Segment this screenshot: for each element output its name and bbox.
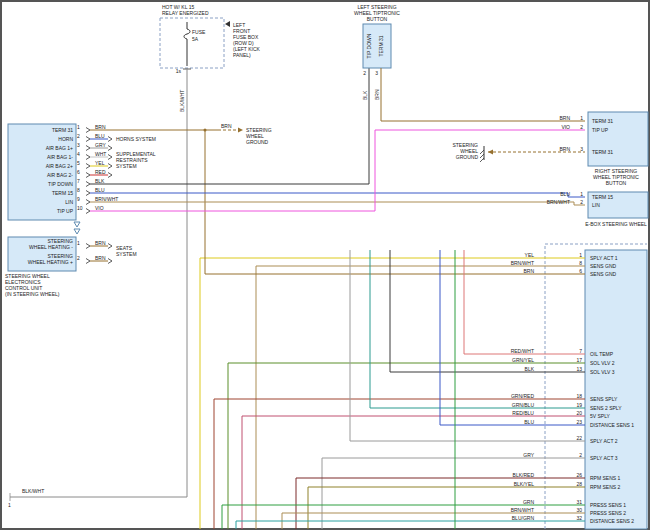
wire-color-label: BLK (95, 178, 105, 184)
component-title: E-BOX STEERING WHEEL (585, 221, 647, 227)
pin-number: 20 (576, 410, 582, 416)
pin-number: 2 (579, 452, 582, 458)
terminal-label: TIP UP (57, 208, 74, 214)
terminal-label: AIR BAG 1- (47, 154, 73, 160)
terminal-label: SENS SPLY (590, 396, 618, 402)
terminal-label: SPLY ACT 2 (590, 438, 618, 444)
component-title: BUTTON (606, 180, 627, 186)
wire-color-label: BLU/GRN (512, 515, 535, 521)
wire-color-label: BRN (559, 146, 570, 152)
pin-number: 2 (580, 199, 583, 205)
wire-color-label: RED/WHT (511, 348, 534, 354)
wire-color-label: BRN (95, 240, 106, 246)
wire-color-label: BLK (525, 366, 535, 372)
wire-color-label: YEL (525, 252, 535, 258)
terminal-label: LIN (592, 202, 600, 208)
pin-number: 18 (576, 393, 582, 399)
wire-color-label: BLU (95, 133, 105, 139)
wire-color-label: BRN/WHT (511, 507, 534, 513)
terminal-label: RPM SENS 1 (590, 475, 621, 481)
wire-color-label: RED/BLU (512, 410, 534, 416)
pin-number: 19 (576, 402, 582, 408)
wire-color-label: WHT (95, 151, 106, 157)
pin-number: 1 (77, 124, 80, 130)
pin-number: 1 (579, 252, 582, 258)
wire-color-label: BLK/RED (513, 472, 535, 478)
wire-color-label: BRN (95, 255, 106, 261)
wire-color-label: GRN/YEL (512, 357, 534, 363)
pin-number: 3 (77, 142, 80, 148)
terminal-label: TERM 15 (592, 194, 613, 200)
fuse-label: FUSE (192, 29, 206, 35)
pin-number: 22 (576, 435, 582, 441)
terminal-label: DISTANCE SENS 1 (590, 422, 634, 428)
wire-color-label: BLK/YEL (514, 481, 535, 487)
wire-color-label: BLU (560, 191, 570, 197)
pin-number: 8 (579, 260, 582, 266)
system-ref-label: HORNS SYSTEM (116, 136, 156, 142)
pin-number: 1 (8, 502, 11, 508)
wire-color-label: BLK (362, 90, 368, 100)
terminal-label: SOL VLV 3 (590, 369, 615, 375)
pin-number: 32 (576, 515, 582, 521)
wiring-diagram-page: HOT W/ KL 15RELAY ENERGIZEDFUSE5ALEFTFRO… (0, 0, 650, 530)
terminal-label: OIL TEMP (590, 351, 614, 357)
pin-number: 6 (579, 268, 582, 274)
wire-color-label: GRN (523, 499, 535, 505)
pin-number: 3 (375, 70, 378, 76)
wire-color-label: BRN/WHT (95, 196, 118, 202)
ground-label: GROUND (246, 139, 269, 145)
fuse-box-header: RELAY ENERGIZED (162, 10, 209, 16)
terminal-label: PRESS SENS 1 (590, 502, 626, 508)
ground-label: GROUND (456, 154, 479, 160)
wire-color-label: BRN/WHT (511, 260, 534, 266)
terminal-label: SENS GND (590, 271, 617, 277)
terminal-label: AIR BAG 2+ (46, 163, 73, 169)
wire-color-label: BRN (95, 124, 106, 130)
terminal-label: TIP DOWN (48, 181, 73, 187)
terminal-label: TIP UP (592, 127, 609, 133)
system-ref-label: SYSTEM (116, 251, 137, 257)
terminal-label: SPLY ACT 3 (590, 455, 618, 461)
wire-color-label: RED (95, 169, 106, 175)
fuse-location-note: PANEL) (233, 52, 251, 58)
page-bg (0, 0, 650, 530)
pin-number: 26 (576, 472, 582, 478)
pin-number: 31 (576, 499, 582, 505)
pin-number: 23 (576, 419, 582, 425)
wire-color-label: GRY (523, 452, 534, 458)
terminal-label: WHEEL HEATING + (28, 259, 73, 265)
wire-color-label: YEL (95, 160, 105, 166)
wire-color-label: BLU (524, 419, 534, 425)
wire-color-label: BRN/WHT (547, 199, 570, 205)
terminal-label: WHEEL HEATING - (29, 244, 73, 250)
pin-number: 9 (77, 196, 80, 202)
pin-number: 1 (77, 240, 80, 246)
terminal-label: TERM 31 (592, 118, 613, 124)
terminal-label: LIN (65, 199, 73, 205)
pin-number: 28 (576, 481, 582, 487)
pin-number: 10 (77, 205, 83, 211)
terminal-label: SPLY ACT 1 (590, 255, 618, 261)
pin-number: 5 (77, 160, 80, 166)
wire-color-label: VIO (561, 124, 570, 130)
terminal-label: SOL VLV 2 (590, 360, 615, 366)
terminal-label: PRESS SENS 2 (590, 510, 626, 516)
pin-number: 2 (77, 133, 80, 139)
swecu-caption: (IN STEERING WHEEL) (5, 291, 60, 297)
pin-number: 2 (77, 255, 80, 261)
terminal-label: SENS GND (590, 263, 617, 269)
pin-number: 4 (77, 151, 80, 157)
pin-number: 2 (580, 124, 583, 130)
system-ref-label: SYSTEM (116, 163, 137, 169)
terminal-label: HORN (58, 136, 73, 142)
terminal-label: RPM SENS 2 (590, 484, 621, 490)
pin-number: 3 (580, 146, 583, 152)
terminal-label: TERM 15 (52, 190, 73, 196)
terminal-label: TERM 31 (592, 149, 613, 155)
pin-number: 13 (576, 366, 582, 372)
wire-color-label: GRY (95, 142, 106, 148)
terminal-label: TIP DOWN (366, 33, 372, 58)
pin-number: 8 (77, 187, 80, 193)
wire-color-label: GRN/BLU (512, 402, 535, 408)
